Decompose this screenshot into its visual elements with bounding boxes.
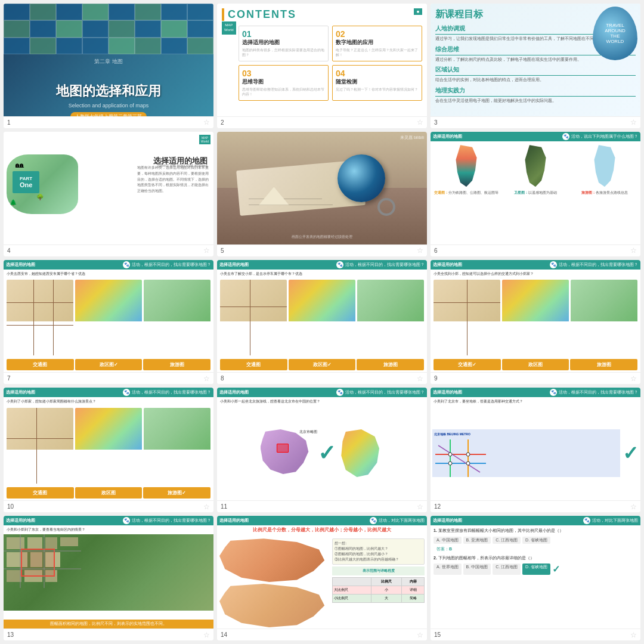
slide-4[interactable]: MAPWorld 🏘 🌳 🌲 PART One 选择适用的地图 Select t… [4, 132, 213, 256]
globe-decoration [338, 154, 385, 202]
star-icon-3[interactable]: ☆ [630, 118, 637, 126]
china-label: 北京市略图 [299, 429, 317, 435]
card-number-14: 14 [221, 631, 227, 638]
btn-tourist-9[interactable]: 旅游图 [570, 359, 637, 370]
slide-13[interactable]: 选择适用的地图 🐾 活动，根据不同目的，找出需要哪张地图？ 小美和小郑到了东京，… [4, 516, 213, 640]
btn-traffic-10[interactable]: 交通图 [7, 487, 74, 499]
slide1-title: 地图的选择和应用 [56, 82, 161, 100]
svg-rect-16 [7, 570, 21, 582]
star-icon-4[interactable]: ☆ [203, 246, 210, 255]
quiz-opts1: A. 中国地图 B. 亚洲地图 C. 江西地图 D. 省峡地图 [434, 537, 637, 544]
slide10-header: 选择适用的地图 🐾 活动，根据不同目的，找出需要哪张地图？ [4, 388, 213, 397]
slide-2[interactable]: CONTENTS MAPWorld ■ 01 选择适用的地图 地图的种类有很多，… [217, 4, 427, 128]
slide-6[interactable]: 选择适用的地图 🐾 活动，说出下列地图属于什么地图？ 交通图：分为铁路图、公路图… [431, 132, 640, 256]
card-number-4: 4 [7, 247, 11, 254]
mini-map-admin-10 [75, 408, 142, 484]
slides-grid: 第二章 地图 地图的选择和应用 Selection and applicatio… [0, 0, 644, 644]
star-icon-6[interactable]: ☆ [630, 246, 637, 255]
activity-icon-7: 🐾 [123, 261, 130, 268]
ci-num-03: 03 [242, 69, 325, 78]
slide-9[interactable]: 选择适用的地图 🐾 活动，根据不同目的，找出需要哪张地图？ 小美全找到小郑，想知… [431, 260, 640, 385]
slide12-question: 小美到了北京市，要坐地铁，答案是选用那种交通方式？ [431, 397, 640, 405]
contents-item-04: 04 随堂检测 见过了吗？检测一下！你对本节内容掌握情况如何？ [332, 65, 422, 101]
star-icon-5[interactable]: ☆ [417, 246, 423, 255]
star-icon-15[interactable]: ☆ [630, 631, 637, 639]
ci-desc-04: 见过了吗？检测一下！你对本节内容掌握情况如何？ [336, 87, 419, 92]
star-icon-11[interactable]: ☆ [417, 503, 423, 511]
card13-footer: 图幅面积相同的地图，比例尺不同，则表示的实地范围也不同。 [4, 620, 213, 628]
card-number-9: 9 [434, 375, 438, 382]
ci-desc-03: 思维导图帮助你整理知识体系，系统归纳和总结本节内容！ [242, 87, 325, 97]
slide8-question: 小美去市了解交小郑，是去水停车属于哪个市？优选 [217, 270, 427, 278]
map-badge-4: MAPWorld [199, 135, 210, 144]
svg-point-6 [466, 462, 470, 465]
star-icon-7[interactable]: ☆ [203, 374, 210, 383]
slide9-question: 小美全找到小郑，想知道可以选择什么样的交通方式到小郑家？ [431, 270, 640, 278]
btn-traffic-9[interactable]: 交通图✓ [434, 359, 501, 370]
quiz-q1: 1. 某教室里摆放有四幅幅幅大小相同的地图，其中比例尺最小的是（） [434, 528, 637, 534]
contents-item-01: 01 选择适用的地图 地图的种类有很多，怎样根据实际需要选用适合的地图？ [239, 26, 329, 61]
activity-icon-8: 🐾 [336, 261, 343, 268]
card5-user-label: 来灵愿 bilibili [400, 135, 424, 141]
slide-1[interactable]: 第二章 地图 地图的选择和应用 Selection and applicatio… [4, 4, 213, 128]
ci-title-04: 随堂检测 [336, 78, 419, 86]
slide11-question: 小美和小郑一起坐北京旅游线，想查看这北京市在中国的位置？ [217, 397, 427, 405]
star-icon-13[interactable]: ☆ [203, 631, 210, 639]
card-number-8: 8 [221, 375, 224, 382]
svg-rect-19 [21, 549, 54, 576]
slide-12[interactable]: 选择适用的地图 🐾 活动，根据不同目的，找出需要哪张地图？ 小美到了北京市，要坐… [431, 388, 640, 512]
mini-map-admin-9 [502, 280, 569, 355]
scale-table-header: 表示范围与详略程度 [332, 566, 425, 575]
activity-icon-13: 🐾 [123, 517, 130, 524]
card-number-11: 11 [221, 503, 227, 510]
taiwan-map-satellite: 卫星图：以遥感地图为基础 [502, 144, 569, 219]
slide-7[interactable]: 选择适用的地图 🐾 活动，根据不同目的，找出需要哪张地图？ 小美去西安市，她想知… [4, 260, 213, 385]
china-map-small-14 [219, 584, 330, 627]
slide-11[interactable]: 选择适用的地图 🐾 活动，根据不同目的，找出需要哪张地图？ 小美和小郑一起坐北京… [217, 388, 427, 512]
slide-15[interactable]: 选择适用的地图 🐾 活动，对比下面两张地图 1. 某教室里摆放有四幅幅幅大小相同… [431, 516, 640, 640]
btn-tourist-8[interactable]: 旅游图 [357, 359, 424, 370]
mini-map-road-10 [7, 408, 73, 484]
star-icon-14[interactable]: ☆ [417, 631, 423, 639]
svg-rect-9 [7, 537, 24, 549]
china-map-big-14 [219, 538, 330, 582]
star-icon-1[interactable]: ☆ [203, 118, 210, 126]
star-icon-10[interactable]: ☆ [203, 503, 210, 511]
star-icon-2[interactable]: ☆ [417, 118, 423, 126]
slide-5[interactable]: 来灵愿 bilibili 画面公开发表的地图都要经过脱密处理 5 ☆ [217, 132, 427, 256]
btn-admin-8[interactable]: 政区图✓ [289, 359, 356, 370]
contents-item-03: 03 思维导图 思维导图帮助你整理知识体系，系统归纳和总结本节内容！ [239, 65, 329, 101]
map-world-badge: MAPWorld [222, 21, 236, 35]
star-icon-8[interactable]: ☆ [417, 374, 423, 383]
slide-14[interactable]: 选择适用的地图 🐾 活动，对比下面两张地图 比例尺是个分数，分母越大，比例尺越小… [217, 516, 427, 640]
activity-icon-15: 🐾 [583, 517, 590, 524]
metro-map-12: 北京地铁 BEIJING METRO [432, 429, 620, 477]
scale-note: 想一想: ①图幅相同的地图，比例尺越大？ ②图幅相同的地图，比例尺越小？ ③比例… [332, 538, 425, 565]
star-icon-12[interactable]: ☆ [630, 503, 637, 511]
btn-tourist-10[interactable]: 旅游图✓ [143, 487, 210, 499]
card-number-6: 6 [434, 247, 438, 254]
goal-section-4: 地理实践力 会在生活中灵活使用电子地图，能更好地解决生活中的实际问题。 [435, 86, 636, 104]
card-number-12: 12 [434, 503, 441, 510]
aerial-view-13 [4, 534, 213, 611]
ci-desc-02: 电子导航？正是这么！怎样应用？先和大家一起来了解！ [336, 48, 419, 58]
beijing-highlight [277, 444, 289, 453]
slide1-tag: 人教版七年级上册第二章第三节 [70, 112, 147, 116]
svg-rect-11 [45, 537, 57, 549]
btn-traffic-8[interactable]: 交通图 [220, 359, 287, 370]
btn-admin-9[interactable]: 政区图 [502, 359, 569, 370]
btn-tourist-7[interactable]: 旅游图 [143, 359, 210, 370]
slide-10[interactable]: 选择适用的地图 🐾 活动，根据不同目的，找出需要哪张地图？ 小美到了小郑家，想知… [4, 388, 213, 512]
ci-title-03: 思维导图 [242, 78, 325, 86]
star-icon-9[interactable]: ☆ [630, 374, 637, 383]
activity-icon-11: 🐾 [336, 389, 343, 396]
btn-admin-10[interactable]: 政区图 [75, 487, 143, 499]
slide-8[interactable]: 选择适用的地图 🐾 活动，根据不同目的，找出需要哪张地图？ 小美去市了解交小郑，… [217, 260, 427, 385]
btn-admin-7[interactable]: 政区图✓ [75, 359, 143, 370]
btn-traffic-7[interactable]: 交通图 [7, 359, 74, 370]
mini-map-road-7 [7, 280, 73, 355]
slide9-buttons: 交通图✓ 政区图 旅游图 [431, 357, 640, 372]
svg-rect-10 [27, 537, 42, 549]
slide-3[interactable]: 新课程目标 TRAVELAROUNDTHEWORLD 人地协调观 通过学习，让我… [431, 4, 640, 128]
activity-icon-10: 🐾 [123, 389, 130, 396]
